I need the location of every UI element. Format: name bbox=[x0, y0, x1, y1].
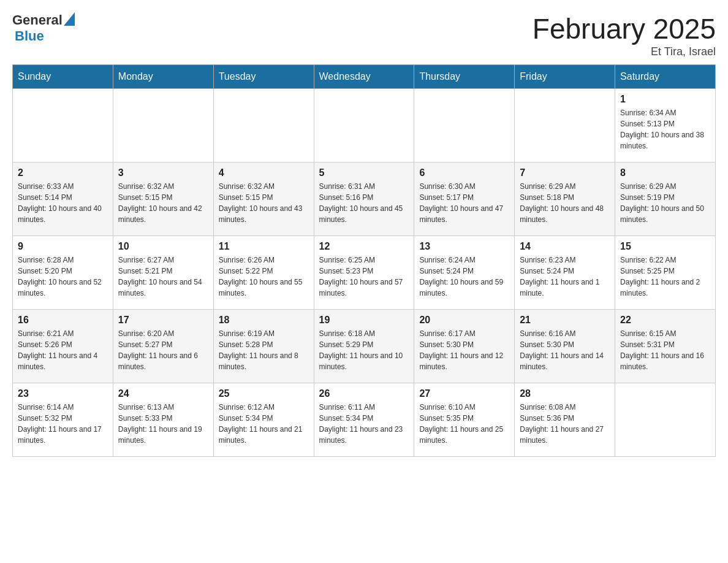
week-row-3: 9Sunrise: 6:28 AM Sunset: 5:20 PM Daylig… bbox=[13, 236, 716, 310]
table-row: 28Sunrise: 6:08 AM Sunset: 5:36 PM Dayli… bbox=[515, 383, 615, 457]
day-number: 23 bbox=[18, 388, 108, 399]
header-monday: Monday bbox=[113, 65, 213, 89]
day-info: Sunrise: 6:11 AM Sunset: 5:34 PM Dayligh… bbox=[319, 402, 409, 446]
table-row bbox=[213, 89, 314, 163]
header-tuesday: Tuesday bbox=[213, 65, 314, 89]
day-info: Sunrise: 6:12 AM Sunset: 5:34 PM Dayligh… bbox=[219, 402, 309, 446]
table-row: 11Sunrise: 6:26 AM Sunset: 5:22 PM Dayli… bbox=[213, 236, 314, 310]
table-row: 3Sunrise: 6:32 AM Sunset: 5:15 PM Daylig… bbox=[113, 163, 213, 236]
day-info: Sunrise: 6:22 AM Sunset: 5:25 PM Dayligh… bbox=[620, 255, 710, 299]
page-header: General Blue February 2025 Et Tira, Isra… bbox=[12, 12, 716, 58]
day-info: Sunrise: 6:31 AM Sunset: 5:16 PM Dayligh… bbox=[319, 181, 409, 225]
day-info: Sunrise: 6:17 AM Sunset: 5:30 PM Dayligh… bbox=[419, 328, 509, 372]
table-row bbox=[515, 89, 615, 163]
day-info: Sunrise: 6:33 AM Sunset: 5:14 PM Dayligh… bbox=[18, 181, 108, 225]
day-number: 18 bbox=[219, 315, 309, 326]
day-number: 17 bbox=[118, 315, 208, 326]
table-row: 25Sunrise: 6:12 AM Sunset: 5:34 PM Dayli… bbox=[213, 383, 314, 457]
table-row: 5Sunrise: 6:31 AM Sunset: 5:16 PM Daylig… bbox=[314, 163, 414, 236]
day-number: 5 bbox=[319, 167, 409, 178]
day-number: 14 bbox=[520, 241, 610, 252]
table-row: 20Sunrise: 6:17 AM Sunset: 5:30 PM Dayli… bbox=[414, 310, 515, 383]
table-row: 1Sunrise: 6:34 AM Sunset: 5:13 PM Daylig… bbox=[615, 89, 716, 163]
table-row: 12Sunrise: 6:25 AM Sunset: 5:23 PM Dayli… bbox=[314, 236, 414, 310]
table-row: 27Sunrise: 6:10 AM Sunset: 5:35 PM Dayli… bbox=[414, 383, 515, 457]
day-info: Sunrise: 6:34 AM Sunset: 5:13 PM Dayligh… bbox=[620, 107, 710, 151]
day-number: 20 bbox=[419, 315, 509, 326]
day-number: 24 bbox=[118, 388, 208, 399]
header-saturday: Saturday bbox=[615, 65, 716, 89]
table-row: 21Sunrise: 6:16 AM Sunset: 5:30 PM Dayli… bbox=[515, 310, 615, 383]
week-row-2: 2Sunrise: 6:33 AM Sunset: 5:14 PM Daylig… bbox=[13, 163, 716, 236]
month-title: February 2025 bbox=[533, 12, 716, 45]
svg-marker-0 bbox=[64, 12, 75, 26]
table-row: 24Sunrise: 6:13 AM Sunset: 5:33 PM Dayli… bbox=[113, 383, 213, 457]
day-number: 15 bbox=[620, 241, 710, 252]
table-row: 6Sunrise: 6:30 AM Sunset: 5:17 PM Daylig… bbox=[414, 163, 515, 236]
table-row: 7Sunrise: 6:29 AM Sunset: 5:18 PM Daylig… bbox=[515, 163, 615, 236]
day-info: Sunrise: 6:15 AM Sunset: 5:31 PM Dayligh… bbox=[620, 328, 710, 372]
day-info: Sunrise: 6:08 AM Sunset: 5:36 PM Dayligh… bbox=[520, 402, 610, 446]
table-row: 19Sunrise: 6:18 AM Sunset: 5:29 PM Dayli… bbox=[314, 310, 414, 383]
week-row-1: 1Sunrise: 6:34 AM Sunset: 5:13 PM Daylig… bbox=[13, 89, 716, 163]
day-info: Sunrise: 6:27 AM Sunset: 5:21 PM Dayligh… bbox=[118, 255, 208, 299]
table-row: 17Sunrise: 6:20 AM Sunset: 5:27 PM Dayli… bbox=[113, 310, 213, 383]
day-info: Sunrise: 6:20 AM Sunset: 5:27 PM Dayligh… bbox=[118, 328, 208, 372]
location: Et Tira, Israel bbox=[533, 45, 716, 58]
day-number: 26 bbox=[319, 388, 409, 399]
table-row bbox=[13, 89, 113, 163]
table-row: 18Sunrise: 6:19 AM Sunset: 5:28 PM Dayli… bbox=[213, 310, 314, 383]
day-info: Sunrise: 6:13 AM Sunset: 5:33 PM Dayligh… bbox=[118, 402, 208, 446]
table-row: 16Sunrise: 6:21 AM Sunset: 5:26 PM Dayli… bbox=[13, 310, 113, 383]
header-thursday: Thursday bbox=[414, 65, 515, 89]
logo-triangle-icon bbox=[64, 12, 75, 26]
day-info: Sunrise: 6:18 AM Sunset: 5:29 PM Dayligh… bbox=[319, 328, 409, 372]
table-row bbox=[314, 89, 414, 163]
day-info: Sunrise: 6:21 AM Sunset: 5:26 PM Dayligh… bbox=[18, 328, 108, 372]
logo: General Blue bbox=[12, 12, 75, 44]
day-number: 1 bbox=[620, 94, 710, 105]
header-sunday: Sunday bbox=[13, 65, 113, 89]
day-info: Sunrise: 6:16 AM Sunset: 5:30 PM Dayligh… bbox=[520, 328, 610, 372]
day-number: 7 bbox=[520, 167, 610, 178]
day-number: 11 bbox=[219, 241, 309, 252]
table-row: 2Sunrise: 6:33 AM Sunset: 5:14 PM Daylig… bbox=[13, 163, 113, 236]
table-row: 22Sunrise: 6:15 AM Sunset: 5:31 PM Dayli… bbox=[615, 310, 716, 383]
day-number: 28 bbox=[520, 388, 610, 399]
day-info: Sunrise: 6:29 AM Sunset: 5:18 PM Dayligh… bbox=[520, 181, 610, 225]
day-info: Sunrise: 6:25 AM Sunset: 5:23 PM Dayligh… bbox=[319, 255, 409, 299]
day-number: 12 bbox=[319, 241, 409, 252]
day-info: Sunrise: 6:19 AM Sunset: 5:28 PM Dayligh… bbox=[219, 328, 309, 372]
table-row: 9Sunrise: 6:28 AM Sunset: 5:20 PM Daylig… bbox=[13, 236, 113, 310]
day-info: Sunrise: 6:30 AM Sunset: 5:17 PM Dayligh… bbox=[419, 181, 509, 225]
table-row: 15Sunrise: 6:22 AM Sunset: 5:25 PM Dayli… bbox=[615, 236, 716, 310]
day-number: 21 bbox=[520, 315, 610, 326]
table-row: 23Sunrise: 6:14 AM Sunset: 5:32 PM Dayli… bbox=[13, 383, 113, 457]
day-info: Sunrise: 6:28 AM Sunset: 5:20 PM Dayligh… bbox=[18, 255, 108, 299]
day-number: 2 bbox=[18, 167, 108, 178]
table-row: 14Sunrise: 6:23 AM Sunset: 5:24 PM Dayli… bbox=[515, 236, 615, 310]
title-area: February 2025 Et Tira, Israel bbox=[533, 12, 716, 58]
table-row: 26Sunrise: 6:11 AM Sunset: 5:34 PM Dayli… bbox=[314, 383, 414, 457]
table-row bbox=[113, 89, 213, 163]
day-number: 8 bbox=[620, 167, 710, 178]
day-info: Sunrise: 6:24 AM Sunset: 5:24 PM Dayligh… bbox=[419, 255, 509, 299]
table-row: 10Sunrise: 6:27 AM Sunset: 5:21 PM Dayli… bbox=[113, 236, 213, 310]
day-number: 16 bbox=[18, 315, 108, 326]
table-row bbox=[615, 383, 716, 457]
logo-general: General bbox=[12, 12, 63, 28]
table-row: 8Sunrise: 6:29 AM Sunset: 5:19 PM Daylig… bbox=[615, 163, 716, 236]
table-row: 4Sunrise: 6:32 AM Sunset: 5:15 PM Daylig… bbox=[213, 163, 314, 236]
table-row bbox=[414, 89, 515, 163]
day-info: Sunrise: 6:23 AM Sunset: 5:24 PM Dayligh… bbox=[520, 255, 610, 299]
day-number: 3 bbox=[118, 167, 208, 178]
day-info: Sunrise: 6:32 AM Sunset: 5:15 PM Dayligh… bbox=[219, 181, 309, 225]
day-info: Sunrise: 6:26 AM Sunset: 5:22 PM Dayligh… bbox=[219, 255, 309, 299]
day-number: 27 bbox=[419, 388, 509, 399]
weekday-header-row: Sunday Monday Tuesday Wednesday Thursday… bbox=[13, 65, 716, 89]
week-row-5: 23Sunrise: 6:14 AM Sunset: 5:32 PM Dayli… bbox=[13, 383, 716, 457]
day-number: 22 bbox=[620, 315, 710, 326]
day-info: Sunrise: 6:10 AM Sunset: 5:35 PM Dayligh… bbox=[419, 402, 509, 446]
day-number: 13 bbox=[419, 241, 509, 252]
day-number: 25 bbox=[219, 388, 309, 399]
